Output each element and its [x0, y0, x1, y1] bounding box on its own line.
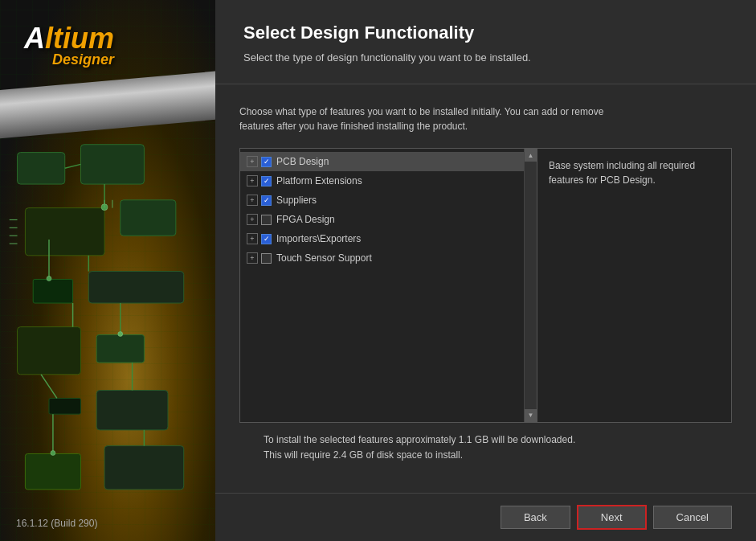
footer-line2: This will require 2.4 GB of disk space t…: [264, 448, 708, 463]
label-platform-extensions: Platform Extensions: [276, 175, 362, 186]
svg-rect-2: [25, 208, 104, 256]
svg-point-25: [51, 451, 55, 456]
svg-rect-0: [18, 153, 65, 184]
svg-point-24: [118, 332, 123, 337]
footer-line1: To install the selected features approxi…: [264, 432, 708, 448]
svg-point-23: [47, 276, 51, 281]
footer-info: To install the selected features approxi…: [239, 423, 732, 473]
sidebar: Altium Designer 16.1.12 (Build 290): [0, 0, 215, 541]
instructions-text: Choose what type of features you want to…: [239, 105, 732, 133]
expand-importers-exporters[interactable]: +: [247, 233, 258, 244]
svg-rect-10: [25, 453, 80, 489]
feature-item-importers-exporters[interactable]: + Importers\Exporters: [240, 229, 537, 248]
checkbox-importers-exporters[interactable]: [261, 234, 272, 244]
app-logo: Altium Designer: [24, 24, 114, 68]
expand-pcb-design[interactable]: +: [247, 156, 258, 167]
feature-item-suppliers[interactable]: + Suppliers: [240, 191, 537, 210]
svg-rect-5: [88, 272, 183, 303]
checkbox-touch-sensor[interactable]: [261, 253, 272, 264]
label-pcb-design: PCB Design: [276, 156, 329, 167]
checkbox-suppliers[interactable]: [261, 195, 272, 206]
checkbox-platform-extensions[interactable]: [261, 176, 272, 186]
feature-item-fpga-design[interactable]: + FPGA Design: [240, 210, 537, 229]
button-bar: Back Next Cancel: [215, 493, 756, 541]
svg-rect-7: [96, 335, 144, 363]
version-label: 16.1.12 (Build 290): [16, 518, 97, 529]
svg-rect-9: [96, 391, 168, 430]
back-button[interactable]: Back: [501, 506, 570, 529]
feature-item-pcb-design[interactable]: + PCB Design: [240, 152, 537, 171]
svg-line-18: [41, 375, 57, 399]
svg-rect-6: [18, 327, 81, 375]
page-title: Select Design Functionality: [243, 23, 728, 43]
feature-item-platform-extensions[interactable]: + Platform Extensions: [240, 171, 537, 191]
feature-list: + PCB Design + Platform Extensions +: [240, 149, 537, 422]
expand-platform-extensions[interactable]: +: [247, 175, 258, 186]
feature-description-text: Base system including all required featu…: [549, 160, 695, 186]
svg-rect-1: [80, 145, 144, 184]
feature-description-panel: Base system including all required featu…: [537, 149, 731, 422]
svg-rect-8: [49, 398, 80, 414]
svg-rect-11: [104, 446, 184, 490]
checkbox-fpga-design[interactable]: [261, 215, 272, 225]
page-subtitle: Select the type of design functionality …: [243, 51, 728, 64]
feature-item-touch-sensor[interactable]: + Touch Sensor Support: [240, 248, 537, 268]
feature-list-container: + PCB Design + Platform Extensions +: [240, 149, 537, 422]
expand-fpga-design[interactable]: +: [247, 214, 258, 225]
checkbox-pcb-design[interactable]: [261, 157, 272, 167]
scroll-down-button[interactable]: ▼: [525, 409, 537, 422]
svg-line-12: [65, 164, 81, 168]
header-section: Select Design Functionality Select the t…: [215, 0, 756, 84]
svg-rect-4: [33, 279, 72, 303]
expand-touch-sensor[interactable]: +: [247, 252, 258, 264]
content-section: Choose what type of features you want to…: [215, 84, 756, 493]
feature-area: + PCB Design + Platform Extensions +: [239, 148, 732, 423]
svg-rect-3: [121, 200, 176, 236]
next-button[interactable]: Next: [577, 505, 647, 530]
logo-altium-text: Altium: [24, 24, 114, 53]
scroll-up-button[interactable]: ▲: [525, 149, 537, 162]
scroll-track[interactable]: [525, 162, 537, 409]
cancel-button[interactable]: Cancel: [653, 506, 732, 529]
label-importers-exporters: Importers\Exporters: [276, 233, 361, 244]
label-touch-sensor: Touch Sensor Support: [276, 252, 372, 264]
label-fpga-design: FPGA Design: [276, 214, 335, 225]
feature-list-scrollbar[interactable]: ▲ ▼: [524, 149, 537, 422]
main-panel: Select Design Functionality Select the t…: [215, 0, 756, 541]
circuit-decoration: [0, 129, 215, 541]
expand-suppliers[interactable]: +: [247, 195, 258, 206]
label-suppliers: Suppliers: [276, 195, 317, 206]
